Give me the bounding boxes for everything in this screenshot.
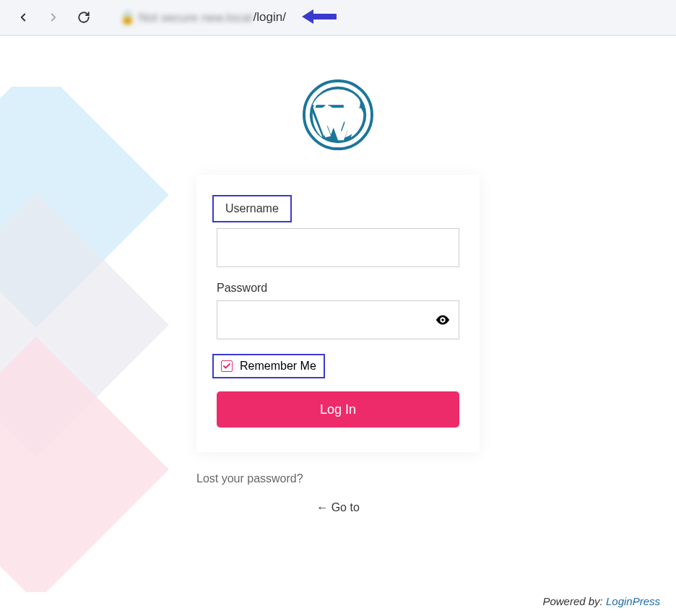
remember-me-group: Remember Me: [212, 354, 325, 378]
show-password-button[interactable]: [427, 312, 459, 328]
loginpress-link[interactable]: LoginPress: [606, 595, 660, 607]
forward-button[interactable]: [45, 9, 62, 26]
annotation-arrow-icon: [300, 6, 337, 27]
url-visible: /login/: [254, 10, 286, 25]
browser-toolbar: 🔒 Not secure new.local /login/: [0, 0, 676, 36]
remember-me-label: Remember Me: [240, 360, 316, 373]
reload-button[interactable]: [75, 9, 92, 26]
remember-me-checkbox[interactable]: [221, 360, 233, 372]
eye-icon: [435, 312, 451, 328]
url-blurred: 🔒 Not secure new.local: [120, 10, 252, 25]
username-label: Username: [212, 195, 292, 222]
address-bar[interactable]: 🔒 Not secure new.local /login/: [120, 10, 286, 25]
back-button[interactable]: [14, 9, 32, 26]
checkmark-icon: [222, 362, 231, 370]
login-button[interactable]: Log In: [217, 391, 459, 428]
lost-password-link[interactable]: Lost your password?: [196, 472, 303, 485]
wordpress-logo: [0, 79, 676, 153]
login-form: Username Password Remember Me Log In: [196, 175, 480, 452]
password-label: Password: [217, 282, 267, 295]
username-input[interactable]: [217, 228, 459, 267]
go-to-link[interactable]: ← Go to: [196, 501, 480, 514]
footer-credit: Powered by: LoginPress: [542, 595, 660, 607]
password-input[interactable]: [217, 301, 427, 339]
